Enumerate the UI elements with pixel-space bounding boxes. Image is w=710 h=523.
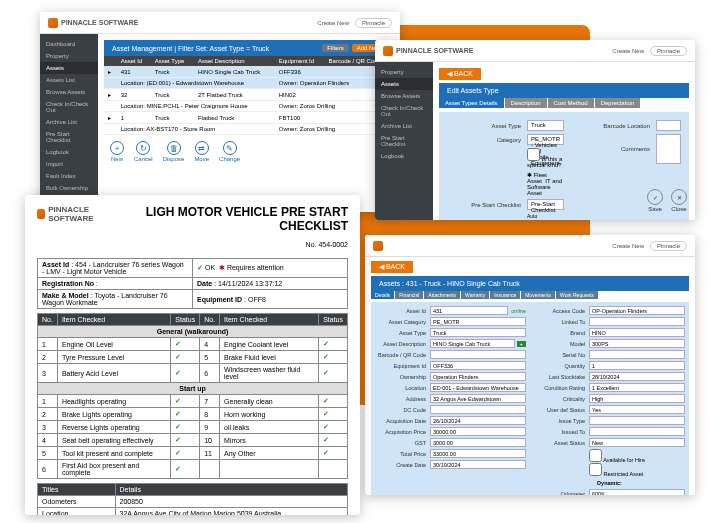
prestart-select[interactable]: Pre-Start Checklist [527,199,564,210]
tab[interactable]: Asset Types Details [439,98,504,108]
doc-title: LIGH MOTOR VEHICLE PRE START CHECKLIST [121,205,348,233]
save-button[interactable]: ✓Save [647,189,663,212]
cancel-action[interactable]: ↻Cancel [134,141,153,162]
new-action[interactable]: +New [110,141,124,162]
sidebar-item[interactable]: Browse Assets [40,86,98,98]
table-row-detail: Location: MINE:PCH1 - Peter Craigmore Ho… [104,101,394,112]
table-row[interactable]: ▸431TruckHINO Single Cab TruckOFF336 [104,66,394,78]
tab[interactable]: Description [505,98,547,108]
move-action[interactable]: ⇄Move [194,141,209,162]
add-icon[interactable]: + [517,341,526,347]
sidebar-item[interactable]: Property [40,50,98,62]
asset-type-input[interactable]: Truck [527,120,564,131]
comments-input[interactable] [656,134,681,164]
user-menu[interactable]: Pinnacle [355,18,392,28]
tab[interactable]: Cost Method [548,98,594,108]
page-title-bar: Edit Assets Type [439,83,689,98]
sidebar-item[interactable]: Assets [40,62,98,74]
details-table: TitlesDetails Odometers200850 Location32… [37,483,348,515]
asset-management-window: PINNACLE SOFTWARE Create New Pinnacle Da… [40,12,400,212]
checklist-table: No.Item CheckedStatusNo.Item CheckedStat… [37,313,348,479]
sidebar-item[interactable]: Archive List [40,116,98,128]
detail-tabs: DetailsFinancialAttachmentsWarrantyInsur… [371,291,689,299]
table-row[interactable]: ▸1TruckFlatbed TruckFBT100 [104,112,394,124]
tab[interactable]: Depreciation [595,98,641,108]
user-menu[interactable]: Pinnacle [650,46,687,56]
change-action[interactable]: ✎Change [219,141,240,162]
create-new-link[interactable]: Create New [612,48,644,54]
restrict-checkbox[interactable] [589,463,602,476]
logo-icon [48,18,58,28]
edit-asset-type-window: PINNACLE SOFTWARE Create NewPinnacle Pro… [375,40,695,220]
close-button[interactable]: ✕Close [671,189,687,212]
sidebar-item[interactable]: Logbook [40,146,98,158]
brand-logo: PINNACLE SOFTWARE [48,18,138,28]
dispose-action[interactable]: 🗑Dispose [163,141,185,162]
brand-logo: PINNACLE SOFTWARE [383,46,473,56]
sidebar: Property Assets Browse Assets Check In/C… [375,62,433,220]
sidebar-item[interactable]: Assets List [40,74,98,86]
asset-info-table: Asset Id : 454 - Landcruiser 76 series W… [37,258,348,309]
sidebar-item[interactable]: Bulk Ownership [40,182,98,194]
filters-button[interactable]: Filters [322,44,348,52]
page-title-bar: Asset Management | Filter Set: Asset Typ… [104,40,394,56]
brand-logo: PINNACLE SOFTWARE [37,205,121,223]
user-menu[interactable]: Pinnacle [650,241,687,251]
page-title: Edit Assets Type [447,87,499,94]
checklist-document: PINNACLE SOFTWARE LIGH MOTOR VEHICLE PRE… [25,195,360,515]
create-new-link[interactable]: Create New [612,243,644,249]
logo-icon [37,209,45,219]
assets-table: Asset IdAsset TypeAsset DescriptionEquip… [104,56,394,135]
logo-icon [373,241,383,251]
barcode-input[interactable] [656,120,681,131]
doc-number: No. 454-0002 [121,241,348,248]
action-bar: +New ↻Cancel 🗑Dispose ⇄Move ✎Change [104,135,394,168]
sidebar-item[interactable]: Fault Index [40,170,98,182]
special-checkbox[interactable] [527,148,540,161]
sidebar-item[interactable]: Check In/Check Out [40,98,98,116]
back-button[interactable]: ◀ BACK [439,68,481,80]
category-select[interactable]: PE_MOTR - Vehicles and Mobile Equipment [527,134,564,145]
brand-logo [373,241,383,251]
logo-icon [383,46,393,56]
topbar: Create NewPinnacle [365,235,695,257]
back-button[interactable]: ◀ BACK [371,261,413,273]
avail-checkbox[interactable] [589,449,602,462]
sidebar: Dashboard Property Assets Assets List Br… [40,34,98,212]
table-row-detail: Location: AX-BST170 - Store RoomOwner: Z… [104,124,394,135]
page-title: Asset Management | Filter Set: Asset Typ… [112,45,269,52]
asset-detail-window: Create NewPinnacle ◀ BACK Assets : 431 -… [365,235,695,495]
table-row-detail: Location: (ED:001) - Edwardstown Warehou… [104,78,394,89]
asset-id-field[interactable]: 431 [430,306,508,315]
topbar: PINNACLE SOFTWARE Create New Pinnacle [40,12,400,34]
page-title: Assets : 431 - Truck - HINO Single Cab T… [379,280,520,287]
page-title-bar: Assets : 431 - Truck - HINO Single Cab T… [371,276,689,291]
topbar: PINNACLE SOFTWARE Create NewPinnacle [375,40,695,62]
sidebar-item[interactable]: Pre Start Checklist [40,128,98,146]
sidebar-item[interactable]: Import [40,158,98,170]
create-new-link[interactable]: Create New [317,20,349,26]
table-row[interactable]: ▸32Truck2T Flatbed TruckHIN02 [104,89,394,101]
sidebar-item[interactable]: Dashboard [40,38,98,50]
